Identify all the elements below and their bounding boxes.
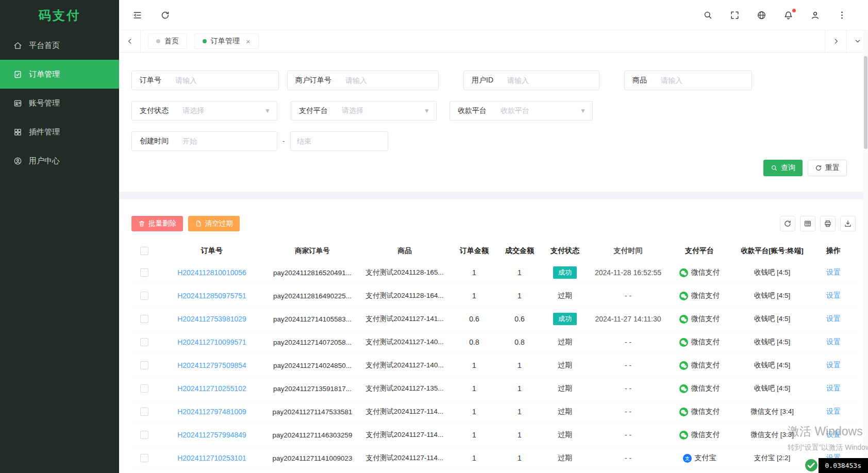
sidebar-item-user-center[interactable]: 用户中心	[0, 146, 119, 175]
column-header-3: 订单金额	[451, 246, 497, 256]
order-amount: 0.6	[451, 315, 497, 323]
sidebar-item-orders[interactable]: 订单管理	[0, 60, 119, 89]
order-id-link[interactable]: H2024112757994849	[177, 431, 246, 439]
table-row: H2024112810010056 pay2024112816520491...…	[131, 261, 856, 284]
vertical-scrollbar[interactable]	[863, 30, 868, 473]
clear-expired-button[interactable]: 清空过期	[188, 216, 240, 231]
order-id-link[interactable]: H2024112797481009	[177, 408, 246, 416]
merchant-order-no: pay2024112816520491...	[266, 269, 358, 277]
wechat-pay-icon	[679, 431, 688, 440]
columns-icon[interactable]	[800, 216, 815, 231]
product-input[interactable]	[655, 71, 752, 90]
settings-link[interactable]: 设置	[826, 314, 841, 324]
settings-link[interactable]: 设置	[826, 430, 841, 440]
print-icon[interactable]	[820, 216, 836, 231]
settings-link[interactable]: 设置	[826, 407, 841, 416]
select-all-checkbox[interactable]	[140, 247, 148, 255]
pay-time: - -	[588, 454, 668, 462]
column-header-6: 支付时间	[588, 246, 668, 256]
user-avatar-icon[interactable]	[809, 9, 821, 21]
home-icon	[13, 41, 22, 50]
sidebar-item-home[interactable]: 平台首页	[0, 31, 119, 60]
row-checkbox[interactable]	[140, 384, 148, 393]
sidebar: 码支付 平台首页 订单管理 账号管理 插件管理 用户中心	[0, 0, 119, 473]
sidebar-item-plugins[interactable]: 插件管理	[0, 117, 119, 146]
collapse-sidebar-icon[interactable]	[131, 9, 143, 21]
order-id-link[interactable]: H2024112797509854	[177, 361, 246, 369]
filter-create-time: 创建时间	[131, 131, 277, 151]
settings-link[interactable]: 设置	[826, 291, 841, 300]
search-button[interactable]: 查询	[763, 160, 803, 176]
plugin-icon	[13, 128, 22, 137]
chevron-down-icon: ▼	[264, 107, 271, 114]
fullscreen-icon[interactable]	[729, 9, 740, 21]
collect-platform-select[interactable]: 收款平台 ▼	[494, 102, 592, 120]
row-checkbox[interactable]	[140, 408, 148, 416]
batch-delete-button[interactable]: 批量删除	[131, 216, 183, 231]
row-checkbox[interactable]	[140, 431, 148, 439]
pay-platform-select[interactable]: 请选择 ▼	[336, 102, 436, 120]
pay-time: 2024-11-28 16:52:55	[588, 268, 668, 277]
refresh-icon	[815, 164, 822, 172]
order-id-link[interactable]: H2024112753981029	[177, 315, 246, 323]
export-icon[interactable]	[840, 216, 856, 231]
settings-link[interactable]: 设置	[826, 268, 841, 277]
sidebar-menu: 平台首页 订单管理 账号管理 插件管理 用户中心	[0, 31, 119, 175]
row-checkbox[interactable]	[140, 268, 148, 277]
paid-amount: 1	[497, 408, 542, 416]
settings-link[interactable]: 设置	[826, 384, 841, 393]
trash-icon	[138, 220, 145, 227]
table-toolbar: 批量删除 清空过期	[131, 216, 856, 231]
app-logo: 码支付	[0, 0, 119, 31]
scrollbar-thumb[interactable]	[864, 56, 867, 149]
tabs-scroll-left-icon[interactable]	[119, 30, 141, 52]
row-checkbox[interactable]	[140, 454, 148, 462]
merchant-order-no: pay202411271146303259	[266, 431, 358, 439]
merchant-no-input[interactable]	[339, 71, 438, 90]
reset-button[interactable]: 重置	[808, 160, 847, 176]
start-date-input[interactable]	[176, 132, 277, 150]
refresh-page-icon[interactable]	[159, 9, 171, 21]
pay-time: - -	[588, 338, 668, 346]
row-checkbox[interactable]	[140, 292, 148, 300]
column-header-7: 支付平台	[668, 246, 731, 256]
pay-time: - -	[588, 292, 668, 300]
tab-home[interactable]: 首页	[148, 33, 187, 49]
platform-name: 微信支付	[691, 337, 720, 347]
table-refresh-icon[interactable]	[780, 216, 795, 231]
tabs-bar: 首页 订单管理 ×	[119, 30, 868, 53]
order-id-link[interactable]: H2024112850975751	[177, 292, 246, 300]
order-id-link[interactable]: H2024112810010056	[177, 268, 246, 277]
order-id-link[interactable]: H2024112710099571	[177, 338, 246, 346]
end-date-input[interactable]	[291, 132, 388, 150]
search-icon[interactable]	[702, 9, 713, 21]
search-icon	[771, 164, 778, 172]
tab-orders[interactable]: 订单管理 ×	[194, 33, 259, 49]
tab-label: 首页	[164, 37, 179, 46]
pay-status-select[interactable]: 请选择 ▼	[176, 102, 277, 120]
row-checkbox[interactable]	[140, 315, 148, 323]
tab-close-icon[interactable]: ×	[246, 38, 251, 45]
filter-pay-platform: 支付平台 请选择 ▼	[291, 101, 437, 121]
collect-platform: 微信支付 [3:4]	[731, 407, 813, 416]
filter-actions: 查询 重置	[763, 160, 847, 176]
tab-dot	[156, 39, 160, 43]
order-id-link[interactable]: H2024112710253101	[177, 454, 246, 462]
paid-amount: 0.6	[497, 315, 542, 323]
bell-icon[interactable]	[782, 9, 794, 21]
tabs-scroll-right-icon[interactable]	[825, 30, 846, 52]
user-id-input[interactable]	[501, 71, 599, 90]
sidebar-item-accounts[interactable]: 账号管理	[0, 89, 119, 117]
order-id-link[interactable]: H2024112710255102	[177, 384, 246, 393]
row-checkbox[interactable]	[140, 361, 148, 369]
row-checkbox[interactable]	[140, 338, 148, 346]
pay-status-badge: 过期	[558, 453, 572, 463]
product-name: 支付测试20241128-165...	[358, 268, 451, 277]
order-no-input[interactable]	[169, 71, 278, 90]
settings-link[interactable]: 设置	[826, 361, 841, 370]
batch-delete-label: 批量删除	[148, 219, 176, 228]
more-icon[interactable]	[836, 9, 847, 21]
table-row: H2024112757994849 pay202411271146303259 …	[131, 424, 856, 447]
settings-link[interactable]: 设置	[826, 337, 841, 347]
globe-icon[interactable]	[756, 9, 767, 21]
